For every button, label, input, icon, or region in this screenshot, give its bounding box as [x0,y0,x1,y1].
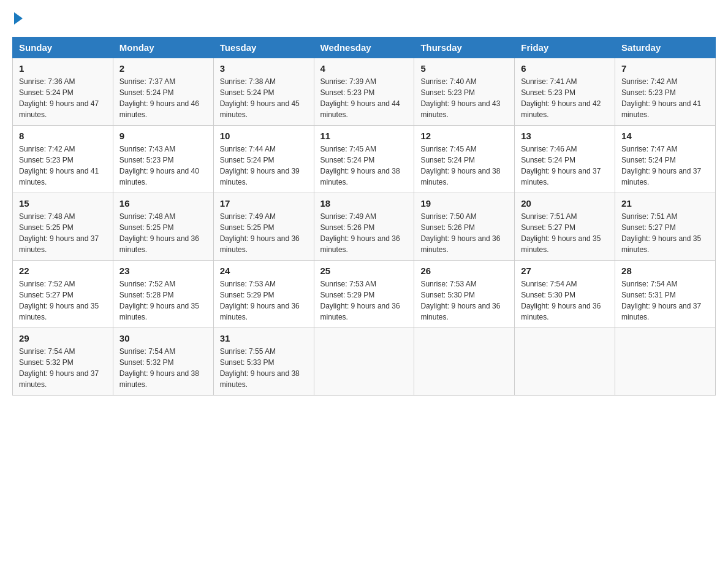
day-info: Sunrise: 7:49 AMSunset: 5:26 PMDaylight:… [320,212,400,254]
calendar-cell: 17 Sunrise: 7:49 AMSunset: 5:25 PMDaylig… [213,193,314,261]
day-number: 20 [521,198,609,209]
day-number: 31 [220,333,308,343]
day-info: Sunrise: 7:48 AMSunset: 5:25 PMDaylight:… [19,212,99,254]
day-info: Sunrise: 7:42 AMSunset: 5:23 PMDaylight:… [19,145,99,186]
calendar-cell: 28 Sunrise: 7:54 AMSunset: 5:31 PMDaylig… [615,261,716,328]
day-number: 8 [19,131,107,141]
week-row-4: 22 Sunrise: 7:52 AMSunset: 5:27 PMDaylig… [13,261,716,328]
day-number: 29 [19,333,107,343]
calendar-body: 1 Sunrise: 7:36 AMSunset: 5:24 PMDayligh… [13,58,716,396]
day-info: Sunrise: 7:46 AMSunset: 5:24 PMDaylight:… [521,145,601,186]
day-number: 16 [119,198,207,209]
column-header-monday: Monday [113,37,213,58]
day-number: 26 [420,266,508,276]
day-info: Sunrise: 7:53 AMSunset: 5:29 PMDaylight:… [320,280,400,321]
day-info: Sunrise: 7:41 AMSunset: 5:23 PMDaylight:… [521,77,601,119]
day-number: 28 [621,266,709,276]
day-info: Sunrise: 7:43 AMSunset: 5:23 PMDaylight:… [119,145,199,186]
day-info: Sunrise: 7:36 AMSunset: 5:24 PMDaylight:… [19,77,99,119]
calendar-cell: 16 Sunrise: 7:48 AMSunset: 5:25 PMDaylig… [113,193,213,261]
day-number: 5 [420,63,508,74]
calendar-cell: 6 Sunrise: 7:41 AMSunset: 5:23 PMDayligh… [515,58,615,126]
day-number: 25 [320,266,408,276]
day-number: 6 [521,63,609,74]
week-row-2: 8 Sunrise: 7:42 AMSunset: 5:23 PMDayligh… [13,126,716,193]
calendar-cell: 4 Sunrise: 7:39 AMSunset: 5:23 PMDayligh… [314,58,414,126]
calendar-cell: 31 Sunrise: 7:55 AMSunset: 5:33 PMDaylig… [213,328,314,396]
day-number: 10 [220,131,308,141]
day-number: 15 [19,198,107,209]
calendar-cell: 12 Sunrise: 7:45 AMSunset: 5:24 PMDaylig… [414,126,515,193]
calendar-cell [515,328,615,396]
calendar-cell: 5 Sunrise: 7:40 AMSunset: 5:23 PMDayligh… [414,58,515,126]
day-info: Sunrise: 7:47 AMSunset: 5:24 PMDaylight:… [621,145,701,186]
day-number: 13 [521,131,609,141]
calendar-cell: 15 Sunrise: 7:48 AMSunset: 5:25 PMDaylig… [13,193,113,261]
day-info: Sunrise: 7:51 AMSunset: 5:27 PMDaylight:… [621,212,701,254]
week-row-3: 15 Sunrise: 7:48 AMSunset: 5:25 PMDaylig… [13,193,716,261]
calendar-cell: 30 Sunrise: 7:54 AMSunset: 5:32 PMDaylig… [113,328,213,396]
calendar-cell: 14 Sunrise: 7:47 AMSunset: 5:24 PMDaylig… [615,126,716,193]
day-info: Sunrise: 7:54 AMSunset: 5:32 PMDaylight:… [19,347,99,389]
column-header-thursday: Thursday [414,37,515,58]
calendar-cell [615,328,716,396]
calendar-cell: 26 Sunrise: 7:53 AMSunset: 5:30 PMDaylig… [414,261,515,328]
calendar-table: SundayMondayTuesdayWednesdayThursdayFrid… [12,37,716,396]
calendar-cell [414,328,515,396]
column-header-sunday: Sunday [13,37,113,58]
day-number: 24 [220,266,308,276]
calendar-cell: 29 Sunrise: 7:54 AMSunset: 5:32 PMDaylig… [13,328,113,396]
day-info: Sunrise: 7:54 AMSunset: 5:31 PMDaylight:… [621,280,701,321]
header-row: SundayMondayTuesdayWednesdayThursdayFrid… [13,37,716,58]
calendar-cell: 9 Sunrise: 7:43 AMSunset: 5:23 PMDayligh… [113,126,213,193]
calendar-cell: 7 Sunrise: 7:42 AMSunset: 5:23 PMDayligh… [615,58,716,126]
calendar-cell: 18 Sunrise: 7:49 AMSunset: 5:26 PMDaylig… [314,193,414,261]
day-number: 30 [119,333,207,343]
day-number: 27 [521,266,609,276]
calendar-cell: 21 Sunrise: 7:51 AMSunset: 5:27 PMDaylig… [615,193,716,261]
column-header-friday: Friday [515,37,615,58]
day-info: Sunrise: 7:50 AMSunset: 5:26 PMDaylight:… [420,212,500,254]
column-header-wednesday: Wednesday [314,37,414,58]
day-info: Sunrise: 7:39 AMSunset: 5:23 PMDaylight:… [320,77,400,119]
calendar-cell: 2 Sunrise: 7:37 AMSunset: 5:24 PMDayligh… [113,58,213,126]
day-number: 9 [119,131,207,141]
calendar-cell: 8 Sunrise: 7:42 AMSunset: 5:23 PMDayligh… [13,126,113,193]
day-number: 21 [621,198,709,209]
calendar-cell: 19 Sunrise: 7:50 AMSunset: 5:26 PMDaylig… [414,193,515,261]
day-number: 1 [19,63,107,74]
day-number: 7 [621,63,709,74]
day-number: 4 [320,63,408,74]
day-info: Sunrise: 7:54 AMSunset: 5:32 PMDaylight:… [119,347,199,389]
column-header-saturday: Saturday [615,37,716,58]
day-info: Sunrise: 7:49 AMSunset: 5:25 PMDaylight:… [220,212,300,254]
logo [12,12,23,25]
day-info: Sunrise: 7:53 AMSunset: 5:29 PMDaylight:… [220,280,300,321]
day-info: Sunrise: 7:48 AMSunset: 5:25 PMDaylight:… [119,212,199,254]
calendar-cell: 22 Sunrise: 7:52 AMSunset: 5:27 PMDaylig… [13,261,113,328]
week-row-5: 29 Sunrise: 7:54 AMSunset: 5:32 PMDaylig… [13,328,716,396]
day-number: 14 [621,131,709,141]
day-info: Sunrise: 7:40 AMSunset: 5:23 PMDaylight:… [420,77,500,119]
calendar-cell: 27 Sunrise: 7:54 AMSunset: 5:30 PMDaylig… [515,261,615,328]
day-number: 19 [420,198,508,209]
calendar-cell: 25 Sunrise: 7:53 AMSunset: 5:29 PMDaylig… [314,261,414,328]
day-number: 23 [119,266,207,276]
calendar-cell: 3 Sunrise: 7:38 AMSunset: 5:24 PMDayligh… [213,58,314,126]
column-header-tuesday: Tuesday [213,37,314,58]
day-info: Sunrise: 7:51 AMSunset: 5:27 PMDaylight:… [521,212,601,254]
week-row-1: 1 Sunrise: 7:36 AMSunset: 5:24 PMDayligh… [13,58,716,126]
day-info: Sunrise: 7:38 AMSunset: 5:24 PMDaylight:… [220,77,300,119]
page-header [12,12,716,25]
day-info: Sunrise: 7:55 AMSunset: 5:33 PMDaylight:… [220,347,300,389]
calendar-cell: 24 Sunrise: 7:53 AMSunset: 5:29 PMDaylig… [213,261,314,328]
logo-line1 [12,12,23,25]
calendar-header: SundayMondayTuesdayWednesdayThursdayFrid… [13,37,716,58]
day-number: 18 [320,198,408,209]
day-info: Sunrise: 7:45 AMSunset: 5:24 PMDaylight:… [420,145,500,186]
day-number: 2 [119,63,207,74]
day-info: Sunrise: 7:42 AMSunset: 5:23 PMDaylight:… [621,77,701,119]
calendar-cell: 13 Sunrise: 7:46 AMSunset: 5:24 PMDaylig… [515,126,615,193]
calendar-cell: 11 Sunrise: 7:45 AMSunset: 5:24 PMDaylig… [314,126,414,193]
day-info: Sunrise: 7:54 AMSunset: 5:30 PMDaylight:… [521,280,601,321]
